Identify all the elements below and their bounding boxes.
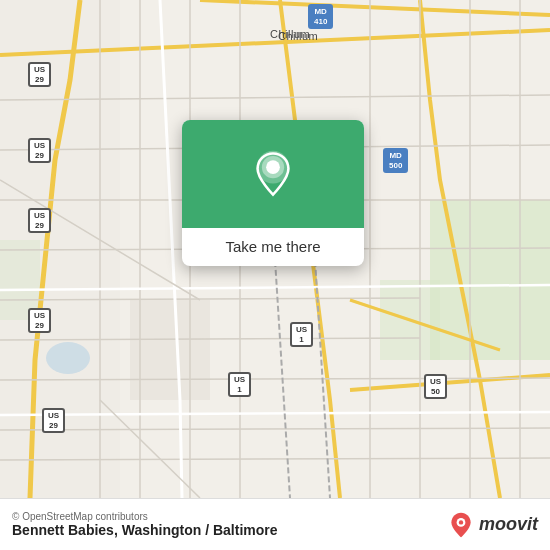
- map-container: Chillum US29 US29 US29 US29 US29 US1 US1…: [0, 0, 550, 550]
- bottom-bar: © OpenStreetMap contributors Bennett Bab…: [0, 498, 550, 550]
- svg-rect-7: [130, 300, 210, 400]
- location-pin-icon: [249, 150, 297, 198]
- moovit-logo: moovit: [447, 511, 538, 539]
- take-me-there-card[interactable]: Take me there: [182, 120, 364, 266]
- popup-card-label-area: Take me there: [182, 228, 364, 266]
- moovit-icon: [447, 511, 475, 539]
- shield-us1-2: US1: [228, 372, 251, 397]
- take-me-there-label: Take me there: [225, 238, 320, 255]
- popup-card-icon-area: [182, 120, 364, 228]
- shield-us29-5: US29: [42, 408, 65, 433]
- attribution: © OpenStreetMap contributors: [12, 511, 278, 522]
- shield-us1-1: US1: [290, 322, 313, 347]
- bottom-bar-left: © OpenStreetMap contributors Bennett Bab…: [12, 511, 278, 538]
- shield-us50: US50: [424, 374, 447, 399]
- location-title: Bennett Babies, Washington / Baltimore: [12, 522, 278, 538]
- shield-md410: MD410: [308, 4, 333, 29]
- shield-md500: MD500: [383, 148, 408, 173]
- shield-us29-3: US29: [28, 208, 51, 233]
- svg-point-37: [266, 160, 280, 174]
- shield-us29-1: US29: [28, 62, 51, 87]
- shield-us29-4: US29: [28, 308, 51, 333]
- shield-us29-2: US29: [28, 138, 51, 163]
- chillum-label: Chillum: [270, 28, 310, 40]
- moovit-text: moovit: [479, 514, 538, 535]
- svg-point-39: [459, 520, 463, 524]
